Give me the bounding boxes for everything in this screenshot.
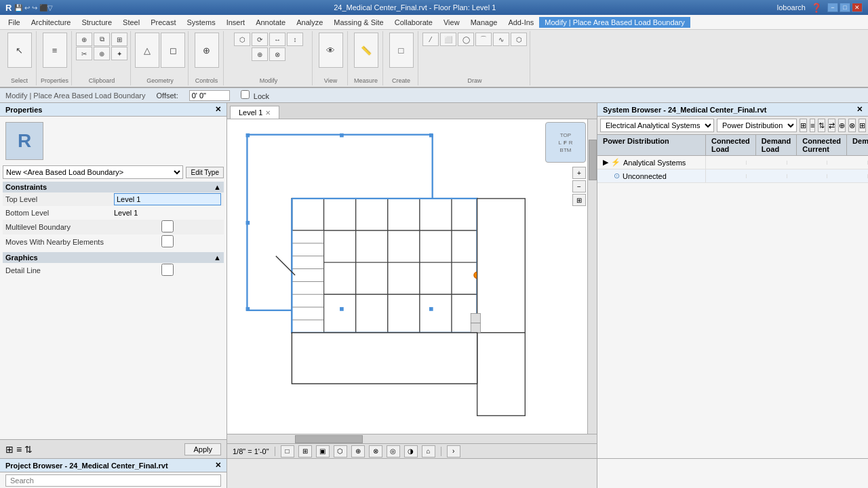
canvas-scrollbar-vertical[interactable]	[587, 119, 597, 443]
system-browser-close-icon[interactable]: ✕	[856, 105, 863, 114]
minimize-button[interactable]: −	[827, 3, 838, 12]
ribbon-btn-properties[interactable]: ≡	[43, 33, 67, 68]
menu-annotate[interactable]: Annotate	[250, 17, 291, 28]
prop-multilevel: Multilevel Boundary	[3, 220, 224, 235]
close-button[interactable]: ✕	[852, 3, 863, 12]
ribbon-btn-geometry1[interactable]: △	[135, 33, 159, 68]
menu-addins[interactable]: Add-Ins	[502, 17, 539, 28]
canvas-scrollbar-horizontal[interactable]	[227, 434, 597, 443]
row-demand-load-analytical	[747, 161, 787, 165]
system-browser-row-analytical[interactable]: ▶ ⚡ Analytical Systems	[597, 156, 868, 169]
view-btn-8[interactable]: ◑	[404, 445, 418, 458]
scroll-thumb-h[interactable]	[295, 435, 363, 443]
ribbon-btn-delete[interactable]: ⊗	[269, 47, 285, 61]
ribbon-btn-draw-poly[interactable]: ⬡	[511, 33, 527, 46]
menu-modify[interactable]: Modify | Place Area Based Load Boundary	[539, 17, 690, 28]
pb-search-input[interactable]	[5, 474, 221, 487]
ribbon-btn-draw-arc[interactable]: ⌒	[475, 33, 492, 46]
ribbon-btn-draw-line[interactable]: ∕	[422, 33, 439, 46]
prop-type-select[interactable]: New <Area Based Load Boundary>	[3, 165, 183, 179]
nav-cube[interactable]: TOP LFR BTM	[545, 122, 586, 163]
menu-insert[interactable]: Insert	[221, 17, 251, 28]
prop-icon1[interactable]: ⊞	[5, 444, 14, 455]
scroll-thumb-v[interactable]	[589, 140, 597, 180]
system-type-select[interactable]: Electrical Analytical Systems	[600, 119, 714, 132]
ribbon-btn-draw-spline[interactable]: ∿	[493, 33, 509, 46]
zoom-fit-button[interactable]: ⊞	[572, 194, 586, 206]
prop-icon2[interactable]: ≡	[16, 444, 22, 455]
ribbon-btn-modify1[interactable]: ⬡	[234, 33, 250, 46]
sys-btn-5[interactable]: ⊕	[838, 119, 846, 132]
view-btn-3[interactable]: ▣	[316, 445, 330, 458]
pb-close-icon[interactable]: ✕	[215, 461, 221, 470]
floor-plan-canvas[interactable]: TOP LFR BTM + − ⊞	[227, 119, 597, 443]
properties-close-icon[interactable]: ✕	[215, 105, 221, 114]
ribbon-btn-cut[interactable]: ✂	[76, 47, 92, 60]
sys-btn-7[interactable]: ⊞	[859, 119, 866, 132]
menu-collaborate[interactable]: Collaborate	[389, 17, 438, 28]
sys-btn-4[interactable]: ⇄	[828, 119, 835, 132]
tab-close-icon[interactable]: ✕	[265, 109, 271, 117]
ribbon-btn-modify2[interactable]: ⟳	[252, 33, 268, 46]
menu-view[interactable]: View	[438, 17, 465, 28]
view-btn-5[interactable]: ⊕	[351, 445, 365, 458]
menu-precast[interactable]: Precast	[145, 17, 181, 28]
zoom-out-button[interactable]: −	[572, 180, 586, 192]
ribbon-btn-geometry2[interactable]: ◻	[161, 33, 185, 68]
menu-systems[interactable]: Systems	[181, 17, 220, 28]
sys-btn-1[interactable]: ⊞	[800, 119, 807, 132]
row-expand-icon[interactable]: ▶	[603, 158, 608, 167]
edit-type-button[interactable]: Edit Type	[186, 167, 224, 178]
ribbon-btn-paste[interactable]: ⊞	[111, 33, 127, 46]
top-level-value[interactable]	[114, 193, 221, 205]
menu-steel[interactable]: Steel	[117, 17, 145, 28]
sys-btn-3[interactable]: ⇅	[818, 119, 825, 132]
ribbon-btn-copy[interactable]: ⧉	[94, 33, 110, 46]
menu-manage[interactable]: Manage	[465, 17, 503, 28]
moves-nearby-checkbox[interactable]	[114, 235, 221, 247]
graphics-section-header[interactable]: Graphics ▲	[3, 252, 224, 263]
canvas-tab-level1[interactable]: Level 1 ✕	[230, 106, 279, 119]
multilevel-checkbox[interactable]	[114, 220, 221, 232]
detail-line-checkbox[interactable]	[114, 264, 221, 276]
menu-structure[interactable]: Structure	[76, 17, 117, 28]
top-level-input[interactable]	[114, 193, 221, 205]
menu-massing[interactable]: Massing & Site	[328, 17, 389, 28]
view-btn-9[interactable]: ⌂	[422, 445, 435, 458]
zoom-in-button[interactable]: +	[572, 167, 586, 179]
ribbon-btn-modify3[interactable]: ↔	[269, 33, 285, 46]
ribbon-btn-more[interactable]: ✦	[111, 47, 127, 60]
view-btn-7[interactable]: ◎	[387, 445, 400, 458]
view-btn-2[interactable]: ⊞	[298, 445, 312, 458]
sys-btn-6[interactable]: ⊗	[848, 119, 856, 132]
ribbon-btn-create[interactable]: □	[389, 33, 414, 68]
ribbon-btn-select[interactable]: ↖	[7, 33, 32, 68]
view-btn-arrow[interactable]: ›	[447, 445, 460, 458]
ribbon-btn-draw-rect[interactable]: ⬜	[440, 33, 456, 46]
ribbon-btn-measure[interactable]: 📏	[354, 33, 378, 68]
tab-label: Level 1	[239, 108, 262, 117]
sys-btn-2[interactable]: ≡	[810, 119, 815, 132]
ribbon-btn-cope[interactable]: ⊕	[76, 33, 92, 46]
help-icon[interactable]: ❓	[811, 3, 822, 13]
constraints-section-header[interactable]: Constraints ▲	[3, 182, 224, 192]
view-btn-6[interactable]: ⊗	[369, 445, 382, 458]
offset-input[interactable]	[189, 90, 230, 101]
menu-architecture[interactable]: Architecture	[26, 17, 77, 28]
ribbon-btn-join[interactable]: ⊕	[94, 47, 110, 60]
maximize-button[interactable]: □	[840, 3, 850, 12]
prop-icon3[interactable]: ⇅	[24, 444, 33, 455]
ribbon-btn-view[interactable]: 👁	[319, 33, 343, 68]
menu-analyze[interactable]: Analyze	[291, 17, 328, 28]
ribbon-btn-draw-circle[interactable]: ◯	[458, 33, 474, 46]
menu-file[interactable]: File	[3, 17, 26, 28]
ribbon-btn-modify4[interactable]: ↕	[287, 33, 303, 46]
ribbon-btn-modify5[interactable]: ⊕	[252, 47, 268, 61]
apply-button[interactable]: Apply	[184, 443, 221, 455]
ribbon-btn-activate[interactable]: ⊕	[195, 33, 219, 68]
view-btn-1[interactable]: □	[281, 445, 294, 458]
distribution-type-select[interactable]: Power Distribution	[717, 119, 797, 132]
system-browser-row-unconnected[interactable]: ⊙ Unconnected	[597, 169, 868, 183]
view-btn-4[interactable]: ⬡	[334, 445, 347, 458]
lock-checkbox[interactable]	[241, 90, 250, 99]
